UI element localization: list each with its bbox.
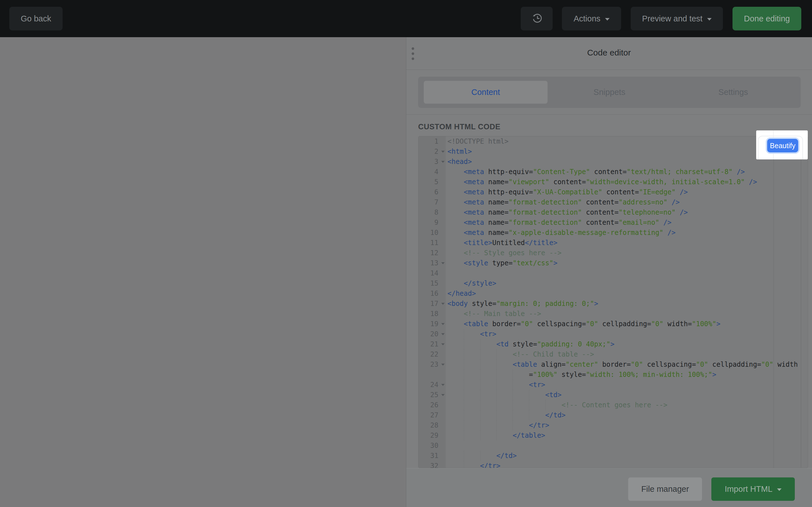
code-line[interactable]: 16</head> <box>418 288 808 298</box>
line-number: 1 <box>418 136 446 147</box>
code-line[interactable]: 31 </td> <box>418 451 808 461</box>
fold-arrow-icon[interactable] <box>441 323 445 325</box>
panel-header-divider <box>406 69 812 70</box>
code-line[interactable]: 3<head> <box>418 157 808 167</box>
tab-settings[interactable]: Settings <box>671 81 795 104</box>
import-html-label: Import HTML <box>725 485 772 494</box>
go-back-button[interactable]: Go back <box>9 7 63 31</box>
code-line[interactable]: 4 <meta http-equiv="Content-Type" conten… <box>418 167 808 177</box>
fold-arrow-icon[interactable] <box>441 303 445 305</box>
code-line-text <box>446 441 808 451</box>
code-line[interactable]: 32 </tr> <box>418 461 808 468</box>
line-number: 24 <box>418 380 446 390</box>
indent-guide <box>496 420 497 431</box>
code-line[interactable]: 8 <meta name="format-detection" content=… <box>418 207 808 217</box>
indent-guide <box>496 431 497 441</box>
code-line[interactable]: 9 <meta name="format-detection" content=… <box>418 217 808 228</box>
fold-arrow-icon[interactable] <box>441 333 445 335</box>
code-line[interactable]: 25 <td> <box>418 390 808 400</box>
code-line-text: </style> <box>446 278 808 288</box>
code-line[interactable]: 5 <meta name="viewport" content="width=d… <box>418 177 808 187</box>
code-line[interactable]: 11 <title>Untitled</title> <box>418 238 808 248</box>
version-history-button[interactable] <box>521 7 553 31</box>
actions-label: Actions <box>573 14 600 23</box>
email-preview-canvas <box>0 37 406 507</box>
done-editing-button[interactable]: Done editing <box>732 7 801 31</box>
code-line[interactable]: 24 <tr> <box>418 380 808 390</box>
line-number: 20 <box>418 329 446 339</box>
indent-guide <box>496 410 497 420</box>
code-line-text: <tr> <box>446 380 808 390</box>
code-line[interactable]: 14 <box>418 268 808 278</box>
tab-settings-label: Settings <box>718 88 748 97</box>
import-html-button[interactable]: Import HTML <box>711 477 795 501</box>
code-line-text: <meta name="x-apple-disable-message-refo… <box>446 228 808 238</box>
line-number: 8 <box>418 207 446 217</box>
tabbar-divider <box>406 114 812 115</box>
fold-arrow-icon[interactable] <box>441 262 445 264</box>
tab-snippets[interactable]: Snippets <box>548 81 671 104</box>
line-number: 19 <box>418 319 446 329</box>
code-line[interactable]: 6 <meta http-equiv="X-UA-Compatible" con… <box>418 187 808 197</box>
code-line-text: <!DOCTYPE html> <box>446 136 808 147</box>
file-manager-button[interactable]: File manager <box>628 477 702 501</box>
indent-guide <box>480 410 480 420</box>
actions-button[interactable]: Actions <box>562 7 621 31</box>
code-rows: 1<!DOCTYPE html>2<html>3<head>4 <meta ht… <box>418 136 808 468</box>
code-line[interactable]: 10 <meta name="x-apple-disable-message-r… <box>418 228 808 238</box>
code-line-wrap[interactable]: ="100%" style="width: 100%; min-width: 1… <box>418 370 808 380</box>
code-line[interactable]: 1<!DOCTYPE html> <box>418 136 808 147</box>
code-line[interactable]: 22 <!-- Child table --> <box>418 349 808 359</box>
code-line[interactable]: 26 <!-- Content goes here --> <box>418 400 808 410</box>
code-line[interactable]: 15 </style> <box>418 278 808 288</box>
code-line[interactable]: 20 <tr> <box>418 329 808 339</box>
code-line-text: </td> <box>446 451 808 461</box>
code-line-text: <td> <box>446 390 808 400</box>
line-number: 28 <box>418 420 446 431</box>
line-number: 12 <box>418 248 446 258</box>
code-line-text: </table> <box>446 431 808 441</box>
indent-guide <box>496 380 497 390</box>
code-line[interactable]: 19 <table border="0" cellspacing="0" cel… <box>418 319 808 329</box>
code-line[interactable]: 21 <td style="padding: 0 40px;"> <box>418 339 808 349</box>
line-number: 4 <box>418 167 446 177</box>
line-number: 5 <box>418 177 446 187</box>
code-line[interactable]: 23 <table align="center" border="0" cell… <box>418 359 808 370</box>
indent-guide <box>480 431 480 441</box>
line-number: 27 <box>418 410 446 420</box>
fold-arrow-icon[interactable] <box>441 161 445 163</box>
indent-guide <box>480 420 480 431</box>
indent-guide <box>464 370 464 380</box>
line-number: 10 <box>418 228 446 238</box>
preview-and-test-button[interactable]: Preview and test <box>631 7 723 31</box>
code-line[interactable]: 28 </tr> <box>418 420 808 431</box>
fold-arrow-icon[interactable] <box>441 394 445 396</box>
code-line[interactable]: 27 </td> <box>418 410 808 420</box>
code-editor[interactable]: 1<!DOCTYPE html>2<html>3<head>4 <meta ht… <box>418 136 808 468</box>
fold-arrow-icon[interactable] <box>441 363 445 365</box>
code-line[interactable]: 2<html> <box>418 147 808 157</box>
fold-arrow-icon[interactable] <box>441 343 445 345</box>
tab-content[interactable]: Content <box>424 81 548 104</box>
code-line[interactable]: 7 <meta name="format-detection" content=… <box>418 197 808 207</box>
code-line-text: <style type="text/css"> <box>446 258 808 268</box>
code-line-text: <head> <box>446 157 808 167</box>
indent-guide <box>496 349 497 359</box>
beautify-button[interactable]: Beautify <box>767 139 798 152</box>
beautify-focus-ring: Beautify <box>766 137 800 154</box>
indent-guide <box>464 390 464 400</box>
fold-arrow-icon[interactable] <box>441 384 445 386</box>
code-line-text: <tr> <box>446 329 808 339</box>
code-line[interactable]: 18 <!-- Main table --> <box>418 309 808 319</box>
indent-guide <box>529 400 529 410</box>
indent-guide <box>464 410 464 420</box>
code-line[interactable]: 30 <box>418 441 808 451</box>
line-number: 25 <box>418 390 446 400</box>
code-line[interactable]: 13 <style type="text/css"> <box>418 258 808 268</box>
code-line[interactable]: 12 <!-- Style goes here --> <box>418 248 808 258</box>
code-line[interactable]: 29 </table> <box>418 431 808 441</box>
fold-arrow-icon[interactable] <box>441 151 445 153</box>
code-line[interactable]: 17<body style="margin: 0; padding: 0;"> <box>418 298 808 309</box>
code-line-text: <!-- Child table --> <box>446 349 808 359</box>
indent-guide <box>496 370 497 380</box>
